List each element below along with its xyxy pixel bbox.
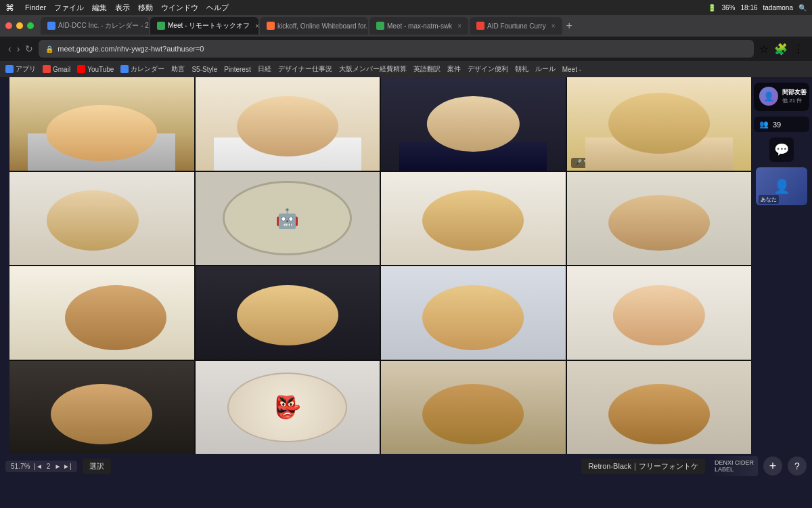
- bookmark-star-icon[interactable]: ☆: [759, 43, 769, 56]
- bookmark-osaka[interactable]: 大阪メンバー経費精算: [339, 64, 407, 74]
- bookmark-youtube[interactable]: YouTube: [77, 65, 114, 73]
- zoom-label: 選訳: [83, 459, 111, 474]
- bookmark-anken-label: 案件: [447, 64, 461, 74]
- tab-close-meet[interactable]: ×: [255, 22, 258, 30]
- retron-badge[interactable]: Retron-Black｜フリーフォントケ: [581, 459, 705, 474]
- bookmark-calendar[interactable]: カレンダー: [120, 64, 164, 74]
- battery-percent: 36%: [721, 4, 735, 12]
- url-field[interactable]: 🔒 meet.google.com/nhv-ywgz-hwt?authuser=…: [39, 40, 754, 58]
- tab-favicon-curry: [476, 22, 484, 30]
- tab-favicon-kickoff: [267, 22, 275, 30]
- mic-indicator-4: 🎤: [574, 159, 582, 166]
- menu-edit[interactable]: 編集: [92, 3, 107, 13]
- menu-finder[interactable]: Finder: [25, 3, 46, 12]
- bookmark-apps-icon: [5, 65, 14, 73]
- tab-label-curry: AID Fourtune Curry: [487, 22, 546, 30]
- back-button[interactable]: ‹: [8, 43, 12, 54]
- bookmark-rules[interactable]: ルール: [535, 64, 556, 74]
- browser-chrome: AID-DCC Inc. - カレンダー - 20... × Meet - リモ…: [0, 15, 812, 77]
- close-button[interactable]: [5, 22, 12, 29]
- tab-kickoff[interactable]: kickoff, Online Whiteboard for... ×: [260, 17, 368, 35]
- extensions-icon[interactable]: 🧩: [774, 43, 788, 56]
- bookmark-calendar-icon: [120, 65, 129, 73]
- video-cell-12: [567, 266, 752, 360]
- menu-window[interactable]: ウインドウ: [161, 3, 198, 13]
- tab-calendar[interactable]: AID-DCC Inc. - カレンダー - 20... ×: [41, 17, 149, 35]
- new-tab-button[interactable]: +: [566, 20, 572, 32]
- bookmark-s5style-label: S5-Style: [191, 66, 217, 73]
- bookmark-translate-label: 英語翻訳: [413, 64, 441, 74]
- apple-logo: ⌘: [5, 3, 14, 13]
- video-grid: 🎤 Yukihiro Tominaga 🤖: [9, 77, 751, 454]
- add-button[interactable]: +: [763, 457, 782, 475]
- bookmark-pinterest[interactable]: Pinterest: [224, 66, 250, 73]
- bookmark-gmail-icon: [43, 65, 51, 73]
- settings-icon[interactable]: ⋮: [793, 43, 804, 56]
- menubar: ⌘ Finder ファイル 編集 表示 移動 ウインドウ ヘルプ 🔋 36% 1…: [0, 0, 812, 15]
- bookmark-anken[interactable]: 案件: [447, 64, 461, 74]
- bookmark-apps[interactable]: アプリ: [5, 64, 36, 74]
- participants-count-button[interactable]: 👥 39: [754, 117, 809, 132]
- bookmark-nikkei-label: 日経: [258, 64, 271, 74]
- person-1-face: [9, 77, 194, 171]
- nav-arrows: ► ►|: [54, 463, 71, 470]
- bookmark-gmail[interactable]: Gmail: [43, 65, 70, 73]
- tab-meet2[interactable]: Meet - max-natm-swk ×: [369, 17, 468, 35]
- video-cell-6: 🤖: [196, 172, 380, 266]
- participant-name: 間部友善: [782, 88, 807, 97]
- tab-favicon-meet: [157, 22, 165, 30]
- help-button[interactable]: ?: [788, 457, 807, 475]
- clock: 18:16: [740, 4, 757, 12]
- tab-close-curry[interactable]: ×: [551, 22, 556, 30]
- chat-button[interactable]: 💬: [769, 137, 794, 162]
- right-panel: 👤 間部友善 他 21 件 👥 39 💬 👤 あなた: [751, 77, 812, 454]
- tab-label-meet2: Meet - max-natm-swk: [387, 22, 452, 30]
- video-cell-9: [9, 266, 194, 360]
- tab-curry[interactable]: AID Fourtune Curry ×: [470, 17, 562, 35]
- video-cell-3: [381, 77, 566, 171]
- video-cell-4: 🎤 Yukihiro Tominaga: [567, 77, 752, 171]
- video-cell-7: [381, 172, 566, 266]
- tab-label-kickoff: kickoff, Online Whiteboard for...: [277, 22, 368, 30]
- bookmark-chorei-label: 朝礼: [515, 64, 528, 74]
- maximize-button[interactable]: [27, 22, 34, 29]
- tab-favicon-meet2: [376, 22, 384, 30]
- bookmark-bar: アプリ Gmail YouTube カレンダー 助言 S5-Style Pint…: [0, 61, 812, 77]
- question-icon: ?: [794, 461, 800, 471]
- window-controls[interactable]: [5, 22, 34, 29]
- search-icon[interactable]: 🔍: [798, 4, 807, 12]
- video-cell-10: [196, 266, 380, 360]
- count-number: 39: [773, 121, 781, 129]
- tab-favicon-calendar: [47, 22, 55, 30]
- reload-button[interactable]: ↻: [25, 43, 33, 54]
- bookmark-calendar-label: カレンダー: [131, 64, 164, 74]
- bookmark-nikkei[interactable]: 日経: [258, 64, 271, 74]
- bottom-status-left: 51.7% |◄ 2 ► ►|: [5, 461, 77, 472]
- url-text: meet.google.com/nhv-ywgz-hwt?authuser=0: [58, 45, 204, 53]
- bookmark-chorei[interactable]: 朝礼: [515, 64, 528, 74]
- video-cell-13: [9, 361, 194, 454]
- bookmark-designer[interactable]: デザイナー仕事況: [278, 64, 332, 74]
- bookmark-apps-label: アプリ: [16, 64, 36, 74]
- bookmark-youtube-icon: [77, 65, 85, 73]
- bookmark-design-benri[interactable]: デザイン便利: [468, 64, 508, 74]
- tab-close-meet2[interactable]: ×: [457, 22, 461, 30]
- video-cell-14: 👺: [196, 361, 380, 454]
- bookmark-s5style[interactable]: S5-Style: [191, 66, 217, 73]
- bookmark-jogen[interactable]: 助言: [171, 64, 185, 74]
- menu-file[interactable]: ファイル: [54, 3, 84, 13]
- bookmark-translate[interactable]: 英語翻訳: [413, 64, 441, 74]
- bookmark-meet-label: Meet -: [562, 66, 581, 73]
- forward-button[interactable]: ›: [17, 43, 20, 54]
- self-view: 👤 あなた: [756, 167, 807, 205]
- menu-help[interactable]: ヘルプ: [206, 3, 229, 13]
- menu-view[interactable]: 表示: [115, 3, 130, 13]
- menu-go[interactable]: 移動: [138, 3, 153, 13]
- video-cell-8: [567, 172, 752, 266]
- menubar-left: ⌘ Finder ファイル 編集 表示 移動 ウインドウ ヘルプ: [5, 3, 229, 13]
- bookmark-designer-label: デザイナー仕事況: [278, 64, 332, 74]
- minimize-button[interactable]: [16, 22, 23, 29]
- bookmark-meet[interactable]: Meet -: [562, 66, 581, 73]
- video-cell-11: [381, 266, 566, 360]
- tab-meet-active[interactable]: Meet - リモートキックオフ ×: [150, 17, 258, 35]
